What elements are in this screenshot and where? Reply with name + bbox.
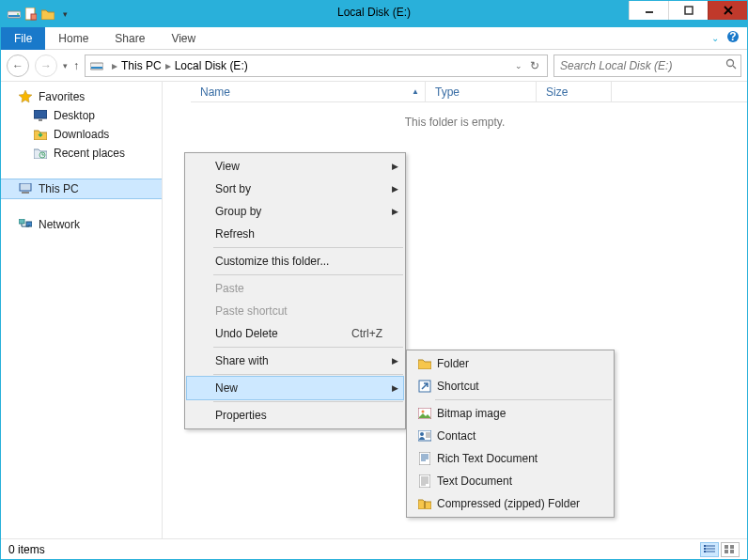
new-folder-icon[interactable] bbox=[40, 7, 55, 22]
svg-rect-20 bbox=[704, 548, 706, 550]
ctx-new[interactable]: New▶ bbox=[187, 377, 403, 399]
details-view-button[interactable] bbox=[700, 542, 719, 557]
help-icon[interactable]: ? bbox=[726, 30, 740, 46]
folder-icon bbox=[417, 356, 432, 371]
ctx-group-by[interactable]: Group by▶ bbox=[187, 200, 403, 223]
rtf-icon bbox=[417, 451, 432, 466]
sidebar-item-recent[interactable]: Recent places bbox=[1, 144, 162, 163]
ctx-refresh[interactable]: Refresh bbox=[187, 223, 403, 245]
ctx-sort-by[interactable]: Sort by▶ bbox=[187, 178, 403, 200]
view-tab[interactable]: View bbox=[158, 28, 209, 49]
ctx-paste-shortcut: Paste shortcut bbox=[187, 300, 403, 322]
maximize-button[interactable] bbox=[668, 1, 708, 20]
up-button[interactable]: ↑ bbox=[73, 59, 79, 72]
chevron-right-icon: ▶ bbox=[390, 162, 399, 171]
svg-rect-15 bbox=[20, 183, 31, 191]
breadcrumb[interactable]: ▸ This PC ▸ Local Disk (E:) ⌄ ↻ bbox=[85, 54, 548, 77]
svg-rect-25 bbox=[730, 550, 734, 553]
context-menu: View▶ Sort by▶ Group by▶ Refresh Customi… bbox=[184, 152, 406, 429]
new-shortcut[interactable]: Shortcut bbox=[409, 375, 612, 397]
quick-access-toolbar: ▾ bbox=[7, 7, 72, 22]
ctx-view[interactable]: View▶ bbox=[187, 155, 403, 178]
column-size[interactable]: Size bbox=[537, 82, 612, 101]
breadcrumb-segment-root[interactable]: This PC bbox=[121, 59, 162, 72]
new-rtf[interactable]: Rich Text Document bbox=[409, 447, 612, 470]
svg-rect-24 bbox=[725, 550, 728, 553]
large-icons-view-button[interactable] bbox=[721, 542, 740, 557]
star-icon bbox=[18, 89, 33, 104]
search-box[interactable] bbox=[553, 54, 741, 77]
system-buttons bbox=[629, 1, 747, 20]
recent-icon bbox=[33, 146, 48, 161]
column-type[interactable]: Type bbox=[426, 82, 537, 101]
chevron-right-icon[interactable]: ▸ bbox=[112, 59, 117, 72]
search-icon[interactable] bbox=[725, 58, 737, 72]
ctx-customize[interactable]: Customize this folder... bbox=[187, 250, 403, 272]
share-tab[interactable]: Share bbox=[101, 28, 158, 49]
svg-rect-16 bbox=[22, 192, 29, 194]
svg-point-30 bbox=[420, 432, 424, 436]
ribbon-expand-icon[interactable]: ⌄ bbox=[711, 33, 719, 43]
svg-rect-22 bbox=[725, 545, 728, 549]
ctx-properties[interactable]: Properties bbox=[187, 404, 403, 427]
network-icon bbox=[18, 217, 33, 232]
svg-rect-33 bbox=[424, 501, 426, 508]
address-bar: ← → ▾ ↑ ▸ This PC ▸ Local Disk (E:) ⌄ ↻ bbox=[1, 50, 747, 82]
refresh-icon[interactable]: ↻ bbox=[526, 57, 543, 74]
new-zip[interactable]: Compressed (zipped) Folder bbox=[409, 492, 612, 515]
new-bitmap[interactable]: Bitmap image bbox=[409, 402, 612, 425]
column-name[interactable]: Name▲ bbox=[191, 82, 426, 101]
file-tab[interactable]: File bbox=[1, 27, 45, 50]
back-button[interactable]: ← bbox=[7, 54, 29, 77]
sidebar-item-downloads[interactable]: Downloads bbox=[1, 125, 162, 144]
properties-icon[interactable] bbox=[23, 7, 39, 22]
chevron-right-icon: ▶ bbox=[390, 383, 399, 393]
ctx-paste: Paste bbox=[187, 277, 403, 300]
svg-rect-10 bbox=[91, 67, 102, 69]
new-submenu: Folder Shortcut Bitmap image Contact Ric… bbox=[406, 350, 615, 518]
network-node[interactable]: Network bbox=[1, 215, 162, 234]
zip-icon bbox=[417, 496, 432, 511]
svg-rect-5 bbox=[646, 11, 653, 13]
status-bar: 0 items bbox=[1, 538, 747, 559]
sort-asc-icon: ▲ bbox=[412, 87, 419, 96]
new-contact[interactable]: Contact bbox=[409, 425, 612, 447]
svg-rect-13 bbox=[39, 119, 42, 121]
ctx-share-with[interactable]: Share with▶ bbox=[187, 350, 403, 372]
new-txt[interactable]: Text Document bbox=[409, 470, 612, 492]
favorites-node[interactable]: Favorites bbox=[1, 87, 162, 106]
search-input[interactable] bbox=[558, 58, 725, 73]
svg-point-2 bbox=[17, 13, 19, 15]
ribbon: File Home Share View ⌄ ? bbox=[1, 27, 747, 50]
ctx-undo-delete[interactable]: Undo DeleteCtrl+Z bbox=[187, 322, 403, 345]
qat-dropdown-icon[interactable]: ▾ bbox=[57, 7, 72, 22]
home-tab[interactable]: Home bbox=[45, 28, 101, 49]
drive-icon bbox=[89, 58, 104, 73]
svg-point-11 bbox=[727, 60, 734, 67]
thispc-node[interactable]: This PC bbox=[1, 179, 162, 198]
svg-rect-21 bbox=[704, 551, 706, 552]
chevron-right-icon[interactable]: ▸ bbox=[165, 59, 171, 72]
explorer-window: ▾ Local Disk (E:) File Home Share View ⌄… bbox=[0, 0, 748, 560]
svg-rect-12 bbox=[34, 110, 47, 118]
sidebar-item-desktop[interactable]: Desktop bbox=[1, 106, 162, 125]
contact-icon bbox=[417, 428, 432, 443]
svg-rect-17 bbox=[19, 219, 24, 224]
window-title: Local Disk (E:) bbox=[337, 6, 411, 19]
desktop-icon bbox=[33, 108, 48, 123]
close-button[interactable] bbox=[708, 1, 747, 20]
recent-locations-icon[interactable]: ▾ bbox=[63, 61, 68, 70]
chevron-right-icon: ▶ bbox=[390, 207, 399, 216]
svg-rect-1 bbox=[8, 15, 20, 17]
forward-button[interactable]: → bbox=[35, 54, 57, 77]
column-headers: Name▲ Type Size bbox=[191, 82, 747, 102]
svg-point-28 bbox=[422, 411, 425, 413]
breadcrumb-segment-leaf[interactable]: Local Disk (E:) bbox=[175, 59, 248, 72]
new-folder[interactable]: Folder bbox=[409, 352, 612, 375]
drive-icon bbox=[7, 7, 22, 22]
minimize-button[interactable] bbox=[629, 1, 668, 20]
svg-rect-19 bbox=[704, 545, 706, 547]
empty-folder-message: This folder is empty. bbox=[163, 116, 747, 129]
svg-rect-6 bbox=[685, 7, 693, 14]
address-dropdown-icon[interactable]: ⌄ bbox=[515, 61, 522, 70]
